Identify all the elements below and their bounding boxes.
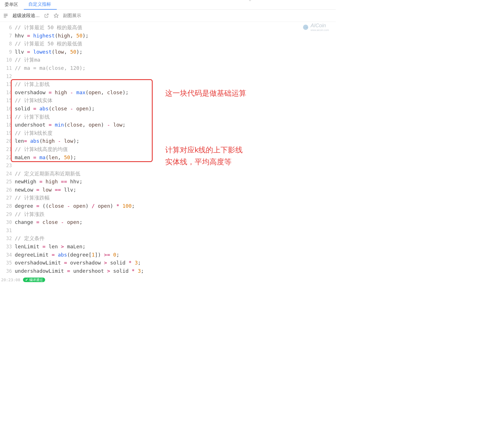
line-number: 31 (0, 226, 12, 235)
compile-status-pill: ✔ 编译通过 (23, 278, 45, 282)
line-gutter: 6789101112131415161718192021222324252627… (0, 22, 15, 277)
line-number: 33 (0, 243, 12, 251)
code-line[interactable]: // 计算涨跌 (15, 210, 336, 219)
line-number: 15 (0, 96, 12, 105)
code-line[interactable]: // 计算最近 50 根的最低值 (15, 40, 336, 48)
annotation-text: 这一块代码是做基础运算 (165, 87, 246, 99)
code-line[interactable]: newHigh = high == hhv; (15, 178, 336, 186)
line-number: 9 (0, 48, 12, 56)
line-number: 29 (0, 210, 12, 219)
status-time: 20:23:08 (1, 278, 20, 282)
code-line[interactable]: change = close - open; (15, 218, 336, 226)
code-line[interactable]: // 计算k线长度 (15, 129, 336, 137)
line-number: 28 (0, 202, 12, 210)
line-number: 12 (0, 72, 12, 81)
tab-bar: 委单区自定义指标 (0, 0, 336, 10)
code-line[interactable]: undershadowLimit = undershoot > solid * … (15, 267, 336, 275)
list-icon[interactable] (3, 13, 9, 18)
code-line[interactable]: // 计算ma (15, 56, 336, 64)
watermark-url: www.aicoin.com (310, 29, 329, 32)
dropdown-chevron-icon[interactable] (247, 0, 253, 4)
svg-marker-3 (54, 14, 58, 18)
line-number: 21 (0, 145, 12, 154)
code-line[interactable]: solid = abs(close - open); (15, 105, 336, 113)
line-number: 23 (0, 161, 12, 170)
line-number: 27 (0, 194, 12, 202)
line-number: 18 (0, 121, 12, 129)
line-number: 20 (0, 137, 12, 145)
line-number: 19 (0, 129, 12, 137)
line-number: 26 (0, 186, 12, 194)
code-line[interactable]: newLow = low == llv; (15, 186, 336, 194)
line-number: 14 (0, 89, 12, 97)
line-number: 10 (0, 56, 12, 64)
code-line[interactable]: llv = lowest(low, 50); (15, 48, 336, 56)
code-line[interactable]: // ma = ma(close, 120); (15, 64, 336, 72)
line-number: 35 (0, 259, 12, 267)
code-line[interactable]: // 定义条件 (15, 234, 336, 243)
line-number: 30 (0, 218, 12, 226)
svg-point-4 (303, 24, 308, 30)
line-number: 11 (0, 64, 12, 72)
tab-0[interactable]: 委单区 (0, 0, 24, 9)
code-line[interactable] (15, 72, 336, 81)
line-number: 32 (0, 234, 12, 243)
line-number: 16 (0, 105, 12, 113)
check-icon: ✔ (25, 278, 28, 282)
code-line[interactable] (15, 226, 336, 235)
script-title: 超级波段追… (12, 13, 40, 19)
code-line[interactable]: hhv = highest(high, 50); (15, 32, 336, 40)
line-number: 13 (0, 80, 12, 89)
code-line[interactable]: degree = ((close - open) / open) * 100; (15, 202, 336, 210)
line-number: 6 (0, 24, 12, 32)
compile-status-text: 编译通过 (29, 278, 43, 282)
code-line[interactable]: degreeLimit = abs(degree[1]) >= 0; (15, 251, 336, 259)
tab-1[interactable]: 自定义指标 (24, 0, 57, 10)
code-line[interactable]: // 定义近期新高和近期新低 (15, 170, 336, 178)
star-icon[interactable] (53, 13, 59, 18)
code-line[interactable]: undershoot = min(close, open) - low; (15, 121, 336, 129)
code-line[interactable]: // 计算最近 50 根的最高值 (15, 24, 336, 32)
line-number: 34 (0, 251, 12, 259)
line-number: 25 (0, 178, 12, 186)
line-number: 22 (0, 154, 12, 162)
brand-watermark: AICoin www.aicoin.com (303, 23, 329, 32)
code-line[interactable]: lenLimit = len > maLen; (15, 243, 336, 251)
external-link-icon[interactable] (44, 13, 49, 18)
line-number: 36 (0, 267, 12, 275)
line-number: 7 (0, 32, 12, 40)
watermark-brand: AICoin (310, 23, 329, 29)
status-bar: 20:23:08 ✔ 编译通过 (0, 277, 336, 283)
subchart-label[interactable]: 副图展示 (63, 13, 81, 19)
globe-icon (303, 24, 309, 30)
line-number: 17 (0, 113, 12, 121)
code-line[interactable]: // 计算下影线 (15, 113, 336, 121)
editor-toolbar: 超级波段追… 副图展示 (0, 10, 336, 22)
line-number: 24 (0, 170, 12, 178)
code-line[interactable]: overshadowLimit = overshadow > solid * 3… (15, 259, 336, 267)
code-line[interactable]: // 计算涨跌幅 (15, 194, 336, 202)
annotation-text: 计算对应k线的上下影线 实体线，平均高度等 (165, 144, 243, 168)
line-number: 8 (0, 40, 12, 48)
